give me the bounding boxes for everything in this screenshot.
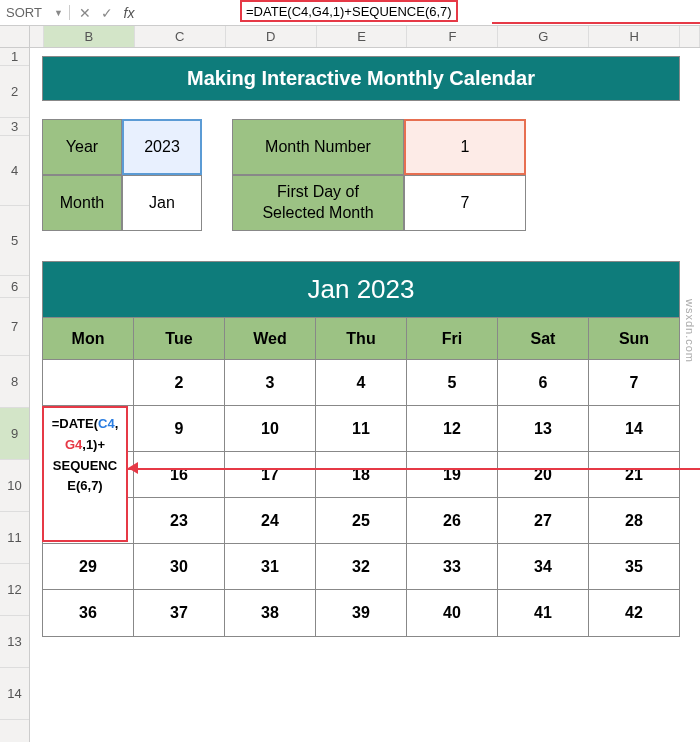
year-label: Year (42, 119, 122, 175)
first-day-label: First Day ofSelected Month (232, 175, 404, 231)
month-label: Month (42, 175, 122, 231)
first-day-value-cell[interactable]: 7 (404, 175, 526, 231)
col-header-C[interactable]: C (135, 26, 226, 47)
calendar-cell[interactable]: 5 (407, 360, 498, 406)
row-header[interactable]: 9 (0, 408, 29, 460)
calendar-cell[interactable]: 14 (589, 406, 679, 452)
calendar: Jan 2023 MonTueWedThuFriSatSun 234567910… (42, 261, 680, 637)
calendar-cell[interactable]: 33 (407, 544, 498, 590)
arrow-line (128, 468, 700, 470)
arrow-line (492, 22, 700, 24)
row-header[interactable]: 14 (0, 668, 29, 720)
calendar-day-header: Tue (134, 318, 225, 360)
calendar-cell[interactable]: 12 (407, 406, 498, 452)
row-header[interactable]: 8 (0, 356, 29, 408)
cancel-icon[interactable]: ✕ (74, 5, 96, 21)
active-cell-editor[interactable]: =DATE(C4, G4,1)+ SEQUENC E(6,7) (42, 406, 128, 542)
col-header-blank[interactable] (680, 26, 700, 47)
formula-highlight: =DATE(C4,G4,1)+SEQUENCE(6,7) (240, 0, 458, 22)
calendar-day-header: Mon (43, 318, 134, 360)
name-box-dropdown-icon[interactable]: ▼ (54, 8, 63, 18)
calendar-cell[interactable]: 28 (589, 498, 679, 544)
calendar-cell[interactable]: 16 (134, 452, 225, 498)
calendar-cell[interactable]: 39 (316, 590, 407, 636)
calendar-cell[interactable]: 10 (225, 406, 316, 452)
row-header[interactable]: 11 (0, 512, 29, 564)
col-header-B[interactable]: B (44, 26, 135, 47)
row-header[interactable]: 1 (0, 48, 29, 66)
name-box[interactable]: SORT ▼ (0, 5, 70, 20)
calendar-cell[interactable]: 41 (498, 590, 589, 636)
calendar-cell[interactable]: 21 (589, 452, 679, 498)
calendar-cell[interactable]: 6 (498, 360, 589, 406)
col-header-E[interactable]: E (317, 26, 408, 47)
calendar-cell[interactable]: 13 (498, 406, 589, 452)
year-value-cell[interactable]: 2023 (122, 119, 202, 175)
row-header[interactable]: 3 (0, 118, 29, 136)
calendar-cell[interactable]: 9 (134, 406, 225, 452)
calendar-cell[interactable] (43, 360, 134, 406)
calendar-cell[interactable]: 31 (225, 544, 316, 590)
formula-bar-buttons: ✕ ✓ fx (70, 5, 144, 21)
select-all-corner[interactable] (0, 26, 30, 47)
calendar-cell[interactable]: 34 (498, 544, 589, 590)
calendar-title: Jan 2023 (43, 262, 679, 318)
calendar-cell[interactable]: 18 (316, 452, 407, 498)
col-header-G[interactable]: G (498, 26, 589, 47)
row-headers: 1234567891011121314 (0, 48, 30, 742)
sheet-grid[interactable]: Making Interactive Monthly Calendar Year… (30, 48, 700, 742)
col-header[interactable] (30, 26, 44, 47)
row-header[interactable]: 13 (0, 616, 29, 668)
page-title: Making Interactive Monthly Calendar (42, 56, 680, 101)
calendar-cell[interactable]: 32 (316, 544, 407, 590)
arrow-head-icon (128, 462, 138, 474)
row-header[interactable]: 12 (0, 564, 29, 616)
calendar-cell[interactable]: 35 (589, 544, 679, 590)
calendar-cell[interactable]: 23 (134, 498, 225, 544)
calendar-cell[interactable]: 7 (589, 360, 679, 406)
calendar-cell[interactable]: 3 (225, 360, 316, 406)
calendar-cell[interactable]: 17 (225, 452, 316, 498)
month-number-cell[interactable]: 1 (404, 119, 526, 175)
calendar-cell[interactable]: 19 (407, 452, 498, 498)
column-headers: B C D E F G H (0, 26, 700, 48)
calendar-cell[interactable]: 36 (43, 590, 134, 636)
calendar-cell[interactable]: 30 (134, 544, 225, 590)
calendar-day-header: Fri (407, 318, 498, 360)
calendar-cell[interactable]: 40 (407, 590, 498, 636)
calendar-cell[interactable]: 42 (589, 590, 679, 636)
calendar-cell[interactable]: 11 (316, 406, 407, 452)
calendar-cell[interactable]: 2 (134, 360, 225, 406)
watermark: wsxdn.com (684, 299, 696, 363)
row-header[interactable]: 5 (0, 206, 29, 276)
calendar-day-header: Sun (589, 318, 679, 360)
col-header-H[interactable]: H (589, 26, 680, 47)
calendar-cell[interactable]: 24 (225, 498, 316, 544)
calendar-cell[interactable]: 37 (134, 590, 225, 636)
col-header-D[interactable]: D (226, 26, 317, 47)
row-header[interactable]: 7 (0, 298, 29, 356)
calendar-day-header: Wed (225, 318, 316, 360)
calendar-cell[interactable]: 20 (498, 452, 589, 498)
month-value-cell[interactable]: Jan (122, 175, 202, 231)
month-number-label: Month Number (232, 119, 404, 175)
calendar-cell[interactable]: 25 (316, 498, 407, 544)
calendar-cell[interactable]: 26 (407, 498, 498, 544)
row-header[interactable]: 4 (0, 136, 29, 206)
calendar-cell[interactable]: 4 (316, 360, 407, 406)
accept-icon[interactable]: ✓ (96, 5, 118, 21)
row-header[interactable]: 10 (0, 460, 29, 512)
formula-text: =DATE(C4,G4,1)+SEQUENCE(6,7) (246, 4, 452, 19)
row-header[interactable]: 2 (0, 66, 29, 118)
calendar-day-header: Thu (316, 318, 407, 360)
col-header-F[interactable]: F (407, 26, 498, 47)
calendar-cell[interactable]: 29 (43, 544, 134, 590)
calendar-cell[interactable]: 27 (498, 498, 589, 544)
calendar-day-header: Sat (498, 318, 589, 360)
fx-icon[interactable]: fx (118, 5, 140, 21)
row-header[interactable]: 6 (0, 276, 29, 298)
name-box-value: SORT (6, 5, 42, 20)
calendar-cell[interactable]: 38 (225, 590, 316, 636)
